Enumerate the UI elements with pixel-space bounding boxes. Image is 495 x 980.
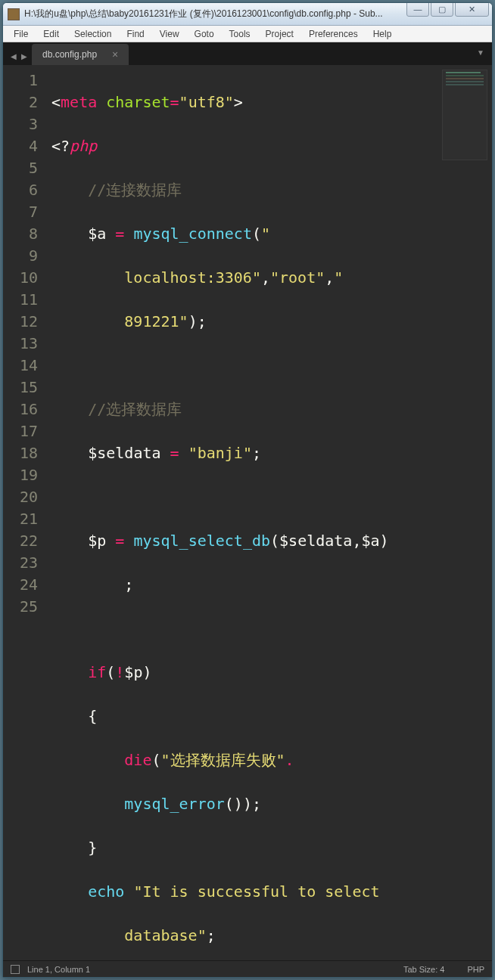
menu-project[interactable]: Project bbox=[258, 29, 301, 39]
menu-find[interactable]: Find bbox=[119, 29, 151, 39]
menu-file[interactable]: File bbox=[6, 29, 36, 39]
app-window: H:\我的u盘\php\总结\baby20161231作业 (复件)\20161… bbox=[2, 2, 493, 978]
tab-menu-icon[interactable]: ▼ bbox=[477, 48, 484, 57]
line-number: 25 bbox=[3, 596, 38, 618]
line-number: 20 bbox=[3, 486, 38, 508]
line-gutter: 1 2 3 4 5 6 7 8 9 10 11 12 13 14 15 16 1… bbox=[3, 65, 45, 960]
line-number: 13 bbox=[3, 333, 38, 355]
line-number: 11 bbox=[3, 289, 38, 311]
line-number: 17 bbox=[3, 420, 38, 442]
menubar: File Edit Selection Find View Goto Tools… bbox=[3, 26, 492, 42]
line-number: 15 bbox=[3, 377, 38, 399]
line-number: 21 bbox=[3, 508, 38, 530]
file-tab[interactable]: db.config.php × bbox=[32, 44, 129, 65]
tab-label: db.config.php bbox=[42, 49, 97, 60]
line-number: 2 bbox=[3, 91, 38, 113]
close-button[interactable]: ✕ bbox=[455, 2, 489, 17]
minimize-button[interactable]: — bbox=[406, 2, 429, 17]
menu-selection[interactable]: Selection bbox=[67, 29, 119, 39]
menu-preferences[interactable]: Preferences bbox=[301, 29, 366, 39]
cursor-position[interactable]: Line 1, Column 1 bbox=[27, 965, 90, 974]
tab-size[interactable]: Tab Size: 4 bbox=[403, 965, 444, 974]
statusbar: Line 1, Column 1 Tab Size: 4 PHP bbox=[3, 960, 492, 977]
line-number: 8 bbox=[3, 223, 38, 245]
line-number: 24 bbox=[3, 574, 38, 596]
line-number: 22 bbox=[3, 530, 38, 552]
menu-goto[interactable]: Goto bbox=[187, 29, 222, 39]
line-number: 16 bbox=[3, 399, 38, 420]
line-number: 10 bbox=[3, 267, 38, 289]
menu-help[interactable]: Help bbox=[366, 29, 400, 39]
editor[interactable]: 1 2 3 4 5 6 7 8 9 10 11 12 13 14 15 16 1… bbox=[3, 65, 492, 960]
line-number: 1 bbox=[3, 70, 38, 91]
code-area[interactable]: <meta charset="utf8"> <?php //连接数据库 $a =… bbox=[45, 65, 492, 960]
status-icon[interactable] bbox=[11, 965, 20, 974]
app-icon bbox=[8, 8, 20, 20]
tab-arrows: ◀ ▶ bbox=[9, 52, 32, 65]
menu-view[interactable]: View bbox=[152, 29, 187, 39]
line-number: 7 bbox=[3, 201, 38, 223]
line-number: 6 bbox=[3, 179, 38, 201]
menu-tools[interactable]: Tools bbox=[222, 29, 258, 39]
minimap[interactable] bbox=[442, 70, 487, 160]
window-buttons: — ▢ ✕ bbox=[406, 2, 489, 17]
syntax-mode[interactable]: PHP bbox=[467, 965, 484, 974]
line-number: 3 bbox=[3, 113, 38, 135]
line-number: 23 bbox=[3, 552, 38, 574]
line-number: 12 bbox=[3, 311, 38, 333]
titlebar[interactable]: H:\我的u盘\php\总结\baby20161231作业 (复件)\20161… bbox=[3, 3, 492, 26]
line-number: 14 bbox=[3, 355, 38, 377]
menu-edit[interactable]: Edit bbox=[36, 29, 67, 39]
line-number: 19 bbox=[3, 464, 38, 486]
line-number: 9 bbox=[3, 245, 38, 267]
line-number: 5 bbox=[3, 157, 38, 179]
tab-prev-icon[interactable]: ◀ bbox=[11, 52, 17, 60]
line-number: 4 bbox=[3, 135, 38, 157]
tab-next-icon[interactable]: ▶ bbox=[21, 52, 27, 60]
tab-close-icon[interactable]: × bbox=[112, 48, 118, 60]
maximize-button[interactable]: ▢ bbox=[431, 2, 453, 17]
line-number: 18 bbox=[3, 442, 38, 464]
tabbar: ◀ ▶ db.config.php × ▼ bbox=[3, 42, 492, 65]
